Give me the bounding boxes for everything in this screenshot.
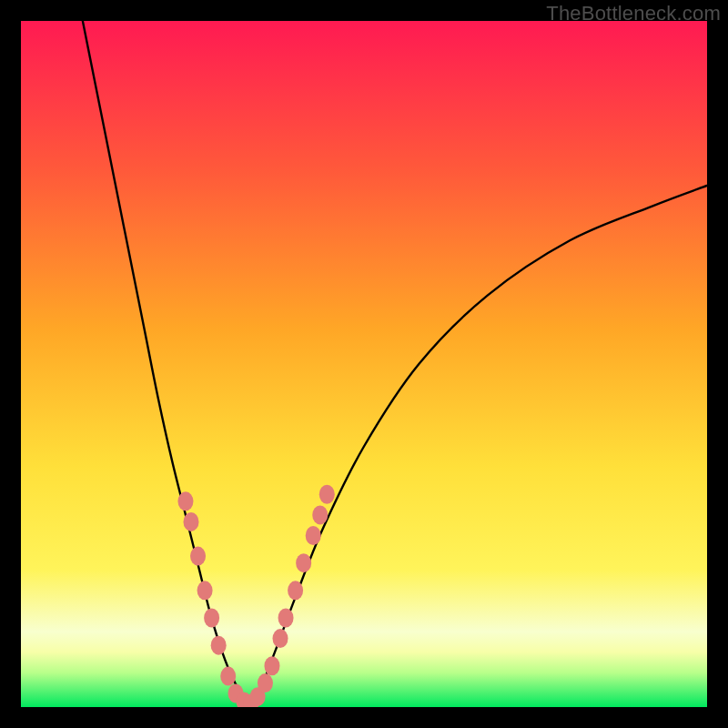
marker-point — [296, 553, 311, 572]
marker-point — [177, 491, 193, 511]
watermark-text: TheBottleneck.com — [546, 2, 721, 25]
marker-point — [197, 581, 213, 600]
marker-point — [258, 673, 273, 693]
chart-svg — [21, 21, 707, 707]
gradient-background — [21, 21, 707, 707]
marker-point — [273, 629, 288, 648]
marker-point — [204, 608, 219, 627]
marker-point — [183, 512, 198, 531]
marker-point — [306, 526, 321, 545]
marker-point — [319, 485, 335, 504]
chart-frame — [21, 21, 707, 707]
marker-point — [211, 636, 227, 655]
marker-point — [288, 581, 303, 600]
marker-point — [220, 667, 236, 686]
marker-point — [190, 547, 206, 566]
marker-point — [312, 505, 328, 524]
marker-point — [278, 608, 294, 627]
marker-point — [264, 656, 279, 675]
